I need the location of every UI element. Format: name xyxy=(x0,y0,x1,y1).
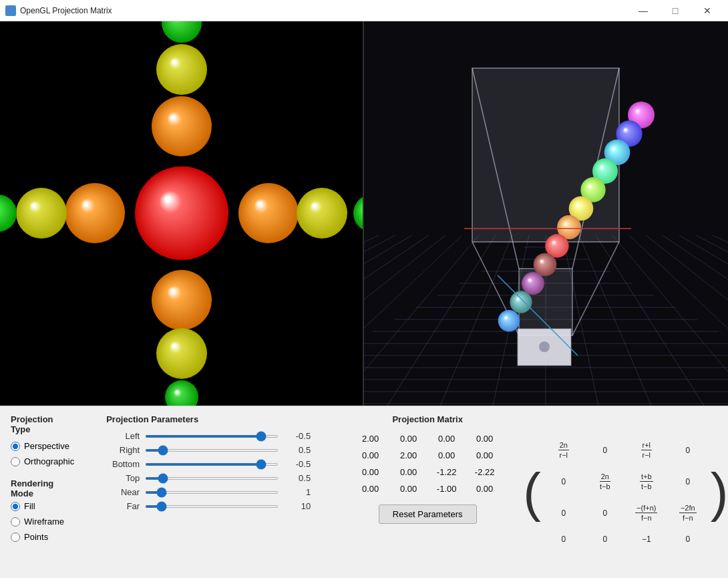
perspective-option[interactable]: Perspective xyxy=(11,441,74,451)
param-row-far: Far10 xyxy=(106,501,320,511)
formula-cell-3-3: 0 xyxy=(668,529,708,549)
param-slider-top[interactable] xyxy=(145,477,279,480)
orthographic-label: Orthographic xyxy=(24,456,74,466)
params-section: Projection Parameters Left-0.5Right0.5Bo… xyxy=(106,414,320,570)
formula-cell-0-1: 0 xyxy=(585,435,625,465)
formula-cell-3-2: −1 xyxy=(626,529,667,549)
window-title: OpenGL Projection Matrix xyxy=(20,6,112,15)
param-slider-right[interactable] xyxy=(145,449,279,452)
perspective-radio[interactable] xyxy=(11,442,20,451)
param-slider-bottom[interactable] xyxy=(145,463,279,466)
formula-cell-2-1: 0 xyxy=(585,498,625,528)
param-value-far: 10 xyxy=(284,501,311,511)
title-bar-left: OpenGL Projection Matrix xyxy=(5,5,112,16)
minimize-button[interactable]: — xyxy=(628,0,659,21)
maximize-button[interactable]: □ xyxy=(660,0,691,21)
matrix-cell-1-3: 0.00 xyxy=(466,448,503,463)
perspective-label: Perspective xyxy=(24,441,69,451)
formula-cell-0-3: 0 xyxy=(668,435,708,465)
formula-cell-1-0: 0 xyxy=(544,466,584,496)
params-label: Projection Parameters xyxy=(106,414,320,424)
matrix-cell-2-0: 0.00 xyxy=(352,464,389,480)
formula-cell-2-0: 0 xyxy=(544,498,584,528)
fill-radio[interactable] xyxy=(11,502,20,511)
param-label-bottom: Bottom xyxy=(106,459,140,469)
rendering-mode-group: Fill Wireframe Points xyxy=(11,501,74,542)
projection-type-group: Perspective Orthographic xyxy=(11,441,74,466)
matrix-cell-3-2: -1.00 xyxy=(428,481,465,496)
viewport-left xyxy=(0,21,364,406)
matrix-cell-1-2: 0.00 xyxy=(428,448,465,463)
param-slider-left[interactable] xyxy=(145,435,279,438)
main-content: Projection Type Perspective Orthographic… xyxy=(0,21,728,578)
param-value-left: -0.5 xyxy=(284,431,311,441)
matrix-grid: 2.000.000.000.000.002.000.000.000.000.00… xyxy=(352,431,503,496)
open-brace: ( xyxy=(523,466,541,519)
formula-cell-1-3: 0 xyxy=(668,466,708,496)
param-row-near: Near1 xyxy=(106,487,320,497)
wireframe-option[interactable]: Wireframe xyxy=(11,517,74,527)
formula-cell-1-2: t+bt−b xyxy=(626,466,667,496)
formula-cell-3-0: 0 xyxy=(544,529,584,549)
formula-cell-3-1: 0 xyxy=(585,529,625,549)
rendering-mode-section: Rendering Mode Fill Wireframe Points xyxy=(11,478,74,542)
matrix-label: Projection Matrix xyxy=(392,414,462,424)
wireframe-radio[interactable] xyxy=(11,517,20,527)
matrix-cell-2-2: -1.22 xyxy=(428,464,465,480)
formula-cell-1-1: 2nt−b xyxy=(585,466,625,496)
matrix-cell-0-2: 0.00 xyxy=(428,431,465,446)
matrix-cell-1-0: 0.00 xyxy=(352,448,389,463)
matrix-section: Projection Matrix 2.000.000.000.000.002.… xyxy=(352,414,503,570)
formula-cell-2-2: −(f+n)f−n xyxy=(626,498,667,528)
params-container: Left-0.5Right0.5Bottom-0.5Top0.5Near1Far… xyxy=(106,431,320,515)
points-radio[interactable] xyxy=(11,533,20,542)
orthographic-option[interactable]: Orthographic xyxy=(11,456,74,466)
matrix-cell-3-0: 0.00 xyxy=(352,481,389,496)
param-value-right: 0.5 xyxy=(284,445,311,455)
param-value-near: 1 xyxy=(284,487,311,497)
app-icon xyxy=(5,5,16,16)
param-label-near: Near xyxy=(106,487,140,497)
param-row-right: Right0.5 xyxy=(106,445,320,455)
formula-section: ( 2nr−l0r+lr−l002nt−bt+bt−b000−(f+n)f−n−… xyxy=(523,414,728,570)
points-label: Points xyxy=(24,532,48,542)
param-label-right: Right xyxy=(106,445,140,455)
viewport-right xyxy=(364,21,728,406)
formula-cell-0-0: 2nr−l xyxy=(544,435,584,465)
param-label-top: Top xyxy=(106,473,140,483)
close-brace: ) xyxy=(711,466,728,519)
param-slider-far[interactable] xyxy=(145,505,279,508)
matrix-cell-2-1: 0.00 xyxy=(390,464,427,480)
fill-label: Fill xyxy=(24,501,35,511)
param-value-top: 0.5 xyxy=(284,473,311,483)
matrix-cell-1-1: 2.00 xyxy=(390,448,427,463)
close-button[interactable]: ✕ xyxy=(692,0,723,21)
matrix-cell-3-1: 0.00 xyxy=(390,481,427,496)
param-row-bottom: Bottom-0.5 xyxy=(106,459,320,469)
title-bar: OpenGL Projection Matrix — □ ✕ xyxy=(0,0,728,21)
param-slider-near[interactable] xyxy=(145,491,279,494)
param-label-left: Left xyxy=(106,431,140,441)
viewport-row xyxy=(0,21,728,406)
controls-panel: Projection Type Perspective Orthographic… xyxy=(0,406,728,578)
formula-cell-2-3: −2fnf−n xyxy=(668,498,708,528)
orthographic-radio[interactable] xyxy=(11,457,20,466)
matrix-cell-0-3: 0.00 xyxy=(466,431,503,446)
reset-button[interactable]: Reset Parameters xyxy=(379,504,477,524)
matrix-cell-0-1: 0.00 xyxy=(390,431,427,446)
matrix-cell-3-3: 0.00 xyxy=(466,481,503,496)
formula-grid: 2nr−l0r+lr−l002nt−bt+bt−b000−(f+n)f−n−2f… xyxy=(541,435,711,549)
param-value-bottom: -0.5 xyxy=(284,459,311,469)
matrix-cell-0-0: 2.00 xyxy=(352,431,389,446)
param-row-left: Left-0.5 xyxy=(106,431,320,441)
projection-type-label: Projection Type xyxy=(11,414,74,434)
title-bar-controls: — □ ✕ xyxy=(628,0,723,21)
formula-cell-0-2: r+lr−l xyxy=(626,435,667,465)
points-option[interactable]: Points xyxy=(11,532,74,542)
matrix-cell-2-3: -2.22 xyxy=(466,464,503,480)
param-label-far: Far xyxy=(106,501,140,511)
fill-option[interactable]: Fill xyxy=(11,501,74,511)
projection-type-section: Projection Type Perspective Orthographic… xyxy=(11,414,74,570)
rendering-mode-label: Rendering Mode xyxy=(11,478,74,498)
param-row-top: Top0.5 xyxy=(106,473,320,483)
